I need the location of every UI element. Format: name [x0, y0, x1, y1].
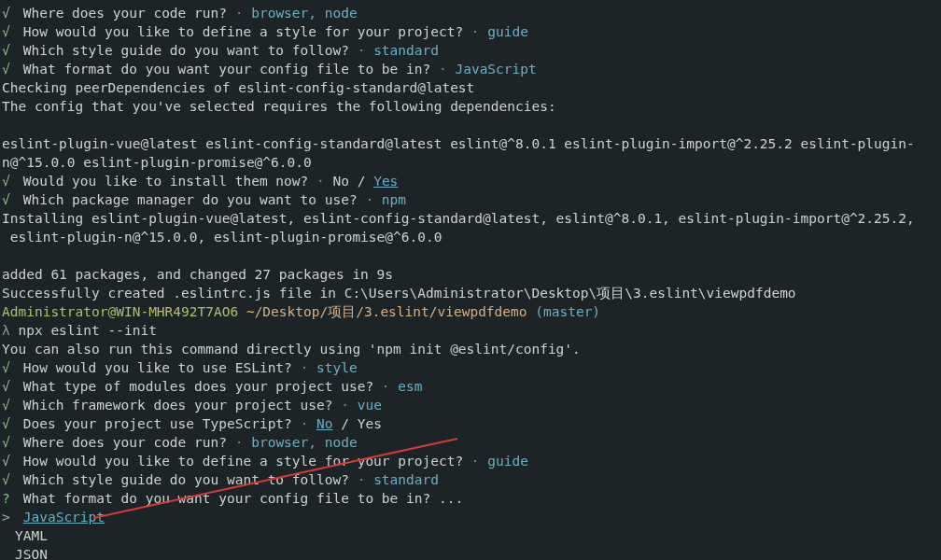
answer-style: style — [316, 360, 358, 375]
prompt-line-style-which-2: √ Which style guide do you want to follo… — [2, 470, 939, 489]
answer-browser: browser — [251, 6, 308, 21]
prompt-line-pkg-manager: √ Which package manager do you want to u… — [2, 190, 939, 209]
installing-msg-2: eslint-plugin-n@^15.0.0, eslint-plugin-p… — [2, 228, 939, 246]
deps-list-1: eslint-plugin-vue@latest eslint-config-s… — [2, 134, 939, 153]
added-packages-msg: added 61 packages, and changed 27 packag… — [2, 265, 939, 284]
prompt-line-modules: √ What type of modules does your project… — [2, 377, 939, 396]
answer-guide: guide — [487, 454, 528, 469]
question-text: What format do you want your config file… — [23, 62, 431, 77]
question-text: Which framework does your project use? — [23, 398, 333, 413]
check-icon: √ — [2, 414, 15, 433]
prompt-line-format-open: ? What format do you want your config fi… — [2, 489, 939, 508]
answer-esm: esm — [398, 379, 422, 394]
answer-yes: Yes — [373, 174, 398, 189]
answer-javascript: JavaScript — [455, 62, 536, 77]
select-option-yaml[interactable]: YAML — [2, 526, 939, 545]
check-icon: √ — [2, 22, 15, 41]
answer-npm: npm — [382, 192, 406, 207]
option-label: JavaScript — [23, 510, 105, 525]
prompt-line-style-define: √ How would you like to define a style f… — [2, 22, 939, 41]
check-icon: √ — [2, 377, 15, 396]
question-text: How would you like to use ESLint? — [23, 360, 292, 375]
question-text: How would you like to define a style for… — [23, 24, 463, 39]
check-icon: √ — [2, 470, 15, 489]
question-text: How would you like to define a style for… — [23, 454, 463, 469]
can-also-run-msg: You can also run this command directly u… — [2, 340, 939, 358]
option-label: YAML — [15, 528, 48, 543]
select-option-javascript[interactable]: > JavaScript — [2, 508, 939, 526]
prompt-line-run-where: √ Where does your code run? · browser, n… — [2, 4, 939, 22]
blank-line — [2, 116, 939, 134]
prompt-branch: (master) — [535, 304, 600, 319]
answer-vue: vue — [358, 398, 382, 413]
lambda-icon: λ — [2, 323, 10, 338]
select-option-json[interactable]: JSON — [2, 545, 939, 560]
prompt-line-style-which: √ Which style guide do you want to follo… — [2, 41, 939, 60]
check-icon: √ — [2, 358, 15, 377]
prompt-line-run-where-2: √ Where does your code run? · browser, n… — [2, 433, 939, 452]
prompt-user: Administrator@WIN-MHR492T7AO6 — [2, 304, 238, 319]
question-text: Which style guide do you want to follow? — [23, 472, 349, 487]
config-selected-msg: The config that you've selected requires… — [2, 97, 939, 116]
prompt-line-format: √ What format do you want your config fi… — [2, 60, 939, 78]
check-icon: √ — [2, 4, 15, 22]
success-created-msg: Successfully created .eslintrc.js file i… — [2, 284, 939, 302]
question-text: Does your project use TypeScript? — [23, 416, 292, 431]
question-text: Which style guide do you want to follow? — [23, 43, 349, 58]
question-text: Which package manager do you want to use… — [23, 192, 358, 207]
pointer-icon: > — [2, 508, 15, 526]
check-icon: √ — [2, 41, 15, 60]
answer-node: node — [325, 435, 358, 450]
check-icon: √ — [2, 433, 15, 452]
check-icon: √ — [2, 172, 15, 190]
prompt-line-framework: √ Which framework does your project use?… — [2, 396, 939, 414]
prompt-line-typescript: √ Does your project use TypeScript? · No… — [2, 414, 939, 433]
answer-browser: browser — [251, 435, 308, 450]
command-line[interactable]: λ npx eslint --init — [2, 321, 939, 340]
command-text: npx eslint --init — [10, 323, 157, 338]
question-text: Where does your code run? — [23, 435, 227, 450]
check-icon: √ — [2, 452, 15, 470]
installing-msg-1: Installing eslint-plugin-vue@latest, esl… — [2, 209, 939, 228]
answer-node: node — [325, 6, 358, 21]
answer-standard: standard — [373, 43, 439, 58]
question-icon: ? — [2, 489, 15, 508]
checking-peer-deps: Checking peerDependencies of eslint-conf… — [2, 78, 939, 97]
answer-guide: guide — [487, 24, 528, 39]
answer-no: No — [316, 416, 332, 431]
check-icon: √ — [2, 60, 15, 78]
prompt-path: ~/Desktop/项目/3.eslint/viewpdfdemo — [238, 304, 535, 319]
answer-yes: Yes — [358, 416, 382, 431]
answer-standard: standard — [373, 472, 439, 487]
question-text: What format do you want your config file… — [23, 491, 463, 506]
prompt-line-style-define-2: √ How would you like to define a style f… — [2, 452, 939, 470]
question-text: Where does your code run? — [23, 6, 227, 21]
prompt-line-use-eslint: √ How would you like to use ESLint? · st… — [2, 358, 939, 377]
deps-list-2: n@^15.0.0 eslint-plugin-promise@^6.0.0 — [2, 153, 939, 172]
check-icon: √ — [2, 190, 15, 209]
check-icon: √ — [2, 396, 15, 414]
prompt-line-install-now: √ Would you like to install them now? · … — [2, 172, 939, 190]
question-text: Would you like to install them now? — [23, 174, 309, 189]
answer-no: No — [332, 174, 348, 189]
shell-prompt: Administrator@WIN-MHR492T7AO6 ~/Desktop/… — [2, 302, 939, 321]
blank-line — [2, 246, 939, 265]
option-label: JSON — [15, 547, 48, 560]
question-text: What type of modules does your project u… — [23, 379, 373, 394]
